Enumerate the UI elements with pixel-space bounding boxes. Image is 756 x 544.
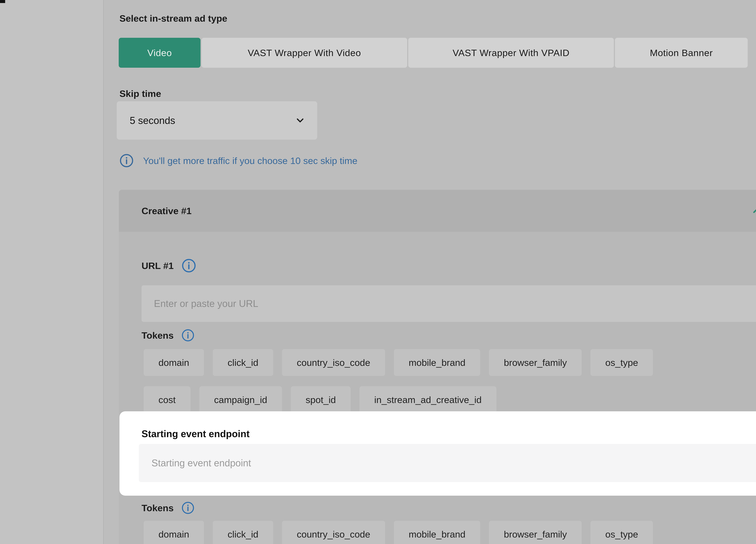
token-chip-row: domainclick_idcountry_iso_codemobile_bra… xyxy=(144,521,653,544)
token-chip[interactable]: mobile_brand xyxy=(394,521,480,544)
ad-creative-form-page: { "accent": { "teal": "#2d8b72", "info_b… xyxy=(0,0,756,544)
token-chip[interactable]: cost xyxy=(144,386,191,413)
ad-type-tab-group: VideoVAST Wrapper With VideoVAST Wrapper… xyxy=(119,38,748,68)
skip-time-info-banner: You'll get more traffic if you choose 10… xyxy=(119,154,357,168)
ad-type-tab[interactable]: Video xyxy=(119,38,200,68)
tokens-label-row: Tokens xyxy=(142,501,194,514)
url-input[interactable] xyxy=(142,285,756,322)
skip-time-label: Skip time xyxy=(119,88,161,99)
ad-type-section-label: Select in-stream ad type xyxy=(119,13,227,24)
info-icon[interactable] xyxy=(119,154,134,168)
chevron-up-icon xyxy=(750,204,756,217)
creative-title: Creative #1 xyxy=(142,206,192,216)
token-chip[interactable]: domain xyxy=(144,521,204,544)
token-chip-row: domainclick_idcountry_iso_codemobile_bra… xyxy=(144,349,653,376)
url-field-label: URL #1 xyxy=(142,261,174,271)
starting-event-input[interactable] xyxy=(139,444,756,482)
token-chip[interactable]: in_stream_ad_creative_id xyxy=(359,386,496,413)
token-chip[interactable]: country_iso_code xyxy=(282,349,385,376)
screen-corner-artifact xyxy=(0,0,5,3)
token-chip[interactable]: click_id xyxy=(213,349,273,376)
token-chip[interactable]: browser_family xyxy=(489,521,582,544)
token-chip[interactable]: os_type xyxy=(590,521,653,544)
tokens-label-row: Tokens xyxy=(142,329,194,342)
token-chip[interactable]: click_id xyxy=(213,521,273,544)
url-field-label-row: URL #1 xyxy=(142,259,196,273)
info-icon[interactable] xyxy=(182,259,196,273)
creative-header[interactable]: Creative #1 xyxy=(119,190,756,232)
token-chip[interactable]: browser_family xyxy=(489,349,582,376)
token-chip-row: costcampaign_idspot_idin_stream_ad_creat… xyxy=(144,386,496,413)
ad-type-tab[interactable]: VAST Wrapper With Video xyxy=(202,38,407,68)
info-icon[interactable] xyxy=(181,329,194,342)
collapse-creative-button[interactable] xyxy=(750,204,756,217)
token-chip[interactable]: os_type xyxy=(590,349,653,376)
ad-type-tab[interactable]: Motion Banner xyxy=(615,38,748,68)
token-chip[interactable]: mobile_brand xyxy=(394,349,480,376)
token-chip[interactable]: spot_id xyxy=(291,386,351,413)
token-chip[interactable]: domain xyxy=(144,349,204,376)
token-chip[interactable]: country_iso_code xyxy=(282,521,385,544)
tokens-label: Tokens xyxy=(142,503,174,513)
tokens-label: Tokens xyxy=(142,330,174,341)
ad-type-tab[interactable]: VAST Wrapper With VPAID xyxy=(408,38,614,68)
starting-event-label: Starting event endpoint xyxy=(142,428,250,439)
chevron-down-icon xyxy=(294,115,306,126)
skip-time-selected-value: 5 seconds xyxy=(130,115,294,126)
info-icon[interactable] xyxy=(181,501,194,514)
skip-time-select[interactable]: 5 seconds xyxy=(117,101,317,140)
info-banner-text: You'll get more traffic if you choose 10… xyxy=(143,155,357,166)
token-chip[interactable]: campaign_id xyxy=(199,386,282,413)
starting-event-spotlight: Starting event endpoint xyxy=(119,411,756,496)
